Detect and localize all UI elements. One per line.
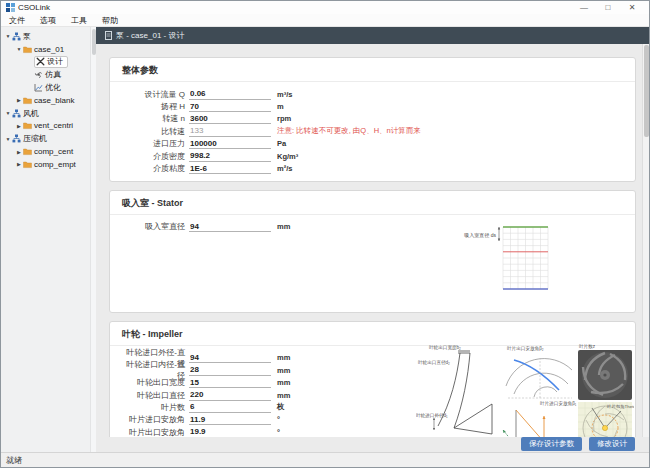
field-label: 叶片出口安放角 <box>122 427 185 437</box>
collapsed-arrow-icon[interactable]: ▶ <box>15 149 23 155</box>
field-input-impeller-4[interactable] <box>189 402 271 413</box>
expanded-arrow-icon[interactable]: ▼ <box>4 136 12 142</box>
field-label: 转速 n <box>122 113 185 124</box>
menu-item-0[interactable]: 文件 <box>9 15 25 26</box>
titlebar: CSOLink — □ ✕ <box>1 1 649 14</box>
breadcrumb[interactable]: 泵 - case_01 - 设计 <box>116 30 184 41</box>
impeller-label-blade-count: 叶片数z <box>579 344 596 350</box>
window-title: CSOLink <box>18 3 50 12</box>
field-input-impeller-2[interactable] <box>189 377 271 388</box>
impeller-label-inlet-outer: 叶轮进口外径d₁ <box>416 412 448 419</box>
tree-item-泵[interactable]: ▼泵 <box>1 30 96 43</box>
collapsed-arrow-icon[interactable]: ▶ <box>15 161 23 167</box>
tree-item-label: case_01 <box>34 45 64 54</box>
folder-icon <box>23 147 32 156</box>
field-label: 设计流量 Q <box>122 89 185 100</box>
section-title-overall: 整体参数 <box>110 58 635 82</box>
minimize-button[interactable]: — <box>572 1 596 14</box>
section-overall-params: 整体参数 设计流量 Qm³/s扬程 Hm转速 nrpm比转速注意: 比转速不可更… <box>109 57 636 182</box>
collapsed-arrow-icon[interactable]: ▶ <box>15 97 23 103</box>
field-input-stator-0[interactable] <box>189 221 271 232</box>
field-label: 叶片数 <box>122 402 185 413</box>
field-input-impeller-6[interactable] <box>189 427 271 437</box>
tree-item-label: 优化 <box>45 82 61 93</box>
field-unit: mm <box>277 366 290 375</box>
field-unit: mm <box>277 378 290 387</box>
folder-icon <box>23 45 32 54</box>
field-unit: Kg/m³ <box>277 152 298 161</box>
field-input-overall-4[interactable] <box>189 138 271 149</box>
field-unit: mm <box>277 391 290 400</box>
tree-item-设计[interactable]: 设计 <box>1 56 96 69</box>
field-label: 比转速 <box>122 126 185 137</box>
folder-icon <box>23 121 32 130</box>
close-button[interactable]: ✕ <box>620 1 644 14</box>
tree-item-vent_centri[interactable]: ▶vent_centri <box>1 120 96 133</box>
field-unit: mm <box>277 222 290 231</box>
field-input-overall-3 <box>189 126 271 137</box>
field-unit: 枚 <box>277 402 285 412</box>
impeller-3d-image <box>578 350 632 400</box>
field-input-overall-5[interactable] <box>189 151 271 162</box>
design-icon <box>36 57 45 66</box>
field-row-overall-0: 设计流量 Qm³/s <box>122 88 623 100</box>
field-unit: m <box>277 102 284 111</box>
content-scrollbar-thumb[interactable] <box>644 45 649 137</box>
expanded-arrow-icon[interactable]: ▼ <box>4 110 12 116</box>
tree-item-comp_empt[interactable]: ▶comp_empt <box>1 158 96 171</box>
tree-item-风机[interactable]: ▼风机 <box>1 107 96 120</box>
section-impeller: 叶轮 - Impeller 叶轮进口外径-直径mm叶轮进口内径-直径mm叶轮出口… <box>109 321 636 437</box>
field-input-impeller-0[interactable] <box>189 352 271 363</box>
field-label: 扬程 H <box>122 101 185 112</box>
field-input-overall-6[interactable] <box>189 163 271 174</box>
stator-diagram-label: 吸入室直径 ds <box>464 232 496 238</box>
field-input-overall-1[interactable] <box>189 101 271 112</box>
menu-item-3[interactable]: 帮助 <box>102 15 118 26</box>
tree-item-仿真[interactable]: 仿真 <box>1 68 96 81</box>
expanded-arrow-icon[interactable]: ▼ <box>4 33 12 39</box>
selected-tree-item-box[interactable]: 设计 <box>34 56 68 68</box>
tree-item-case_blank[interactable]: ▶case_blank <box>1 94 96 107</box>
field-input-impeller-5[interactable] <box>189 414 271 425</box>
field-label: 介质粘度 <box>122 163 185 174</box>
tree-item-case_01[interactable]: ▼case_01 <box>1 43 96 56</box>
tree-item-label: 压缩机 <box>23 133 47 144</box>
status-text: 就绪 <box>6 455 22 466</box>
impeller-label-blade-outlet-angle: 叶片出口安放角β₂ <box>507 345 544 352</box>
field-input-impeller-3[interactable] <box>189 390 271 401</box>
section-title-stator: 吸入室 - Stator <box>110 191 635 215</box>
menu-item-2[interactable]: 工具 <box>71 15 87 26</box>
maximize-button[interactable]: □ <box>596 1 620 14</box>
field-input-overall-2[interactable] <box>189 113 271 124</box>
impeller-polar-plot: 叶片包角Theta <box>578 402 634 437</box>
tree-item-label: case_blank <box>34 96 74 105</box>
field-input-impeller-1[interactable] <box>189 365 271 376</box>
tree-item-压缩机[interactable]: ▼压缩机 <box>1 132 96 145</box>
section-stator: 吸入室 - Stator 吸入室直径mm <box>109 190 636 313</box>
category-icon <box>12 32 21 41</box>
folder-icon <box>23 96 32 105</box>
save-design-params-button[interactable]: 保存设计参数 <box>521 437 582 451</box>
statusbar: 就绪 <box>1 452 649 467</box>
field-label: 介质密度 <box>122 151 185 162</box>
impeller-label-blade-inlet-angle: 叶片进口安放角β₁ <box>540 399 577 406</box>
field-unit: Pa <box>277 139 286 148</box>
tree-item-comp_cent[interactable]: ▶comp_cent <box>1 145 96 158</box>
stator-diagram: 吸入室直径 ds <box>408 225 558 291</box>
modify-design-button[interactable]: 修改设计 <box>589 437 635 451</box>
content-scrollbar[interactable] <box>642 44 649 437</box>
sidebar-scrollbar-thumb[interactable] <box>92 29 96 55</box>
field-unit: m³/s <box>277 90 292 99</box>
tree-item-优化[interactable]: 优化 <box>1 81 96 94</box>
field-row-overall-6: 介质粘度m²/s <box>122 162 623 174</box>
field-label: 叶轮出口直径 <box>122 390 185 401</box>
footer-actions: 保存设计参数 修改设计 <box>96 437 649 452</box>
field-row-overall-4: 进口压力Pa <box>122 138 623 150</box>
tree-item-label: 设计 <box>47 56 63 67</box>
field-input-overall-0[interactable] <box>189 89 271 100</box>
collapsed-arrow-icon[interactable]: ▶ <box>15 123 23 129</box>
menu-item-1[interactable]: 选项 <box>40 15 56 26</box>
expanded-arrow-icon[interactable]: ▼ <box>15 46 23 52</box>
app-window: CSOLink — □ ✕ 文件选项工具帮助 ▼泵▼case_01设计仿真优化▶… <box>0 0 650 468</box>
field-row-overall-1: 扬程 Hm <box>122 100 623 112</box>
